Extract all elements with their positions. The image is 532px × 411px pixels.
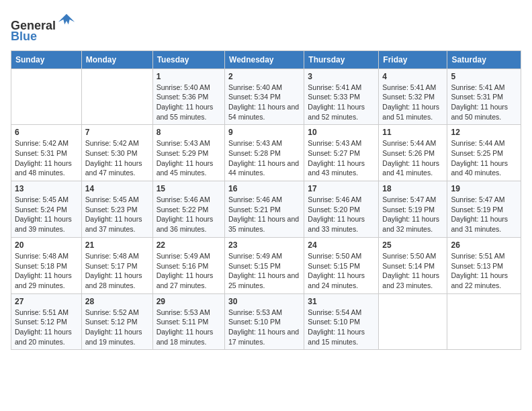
day-info: Sunrise: 5:45 AM Sunset: 5:24 PM Dayligh… bbox=[15, 195, 78, 234]
day-number: 22 bbox=[157, 240, 221, 250]
day-info: Sunrise: 5:52 AM Sunset: 5:12 PM Dayligh… bbox=[85, 308, 149, 347]
calendar-day-cell: 25Sunrise: 5:50 AM Sunset: 5:14 PM Dayli… bbox=[379, 237, 447, 293]
day-info: Sunrise: 5:48 AM Sunset: 5:18 PM Dayligh… bbox=[15, 251, 78, 291]
weekday-header: Saturday bbox=[447, 50, 521, 68]
calendar-day-cell: 5Sunrise: 5:41 AM Sunset: 5:31 PM Daylig… bbox=[447, 68, 521, 125]
calendar-day-cell: 23Sunrise: 5:49 AM Sunset: 5:15 PM Dayli… bbox=[225, 237, 304, 293]
weekday-header: Wednesday bbox=[225, 50, 304, 68]
weekday-header: Tuesday bbox=[152, 50, 224, 68]
day-number: 14 bbox=[85, 184, 149, 193]
calendar-day-cell: 12Sunrise: 5:44 AM Sunset: 5:25 PM Dayli… bbox=[447, 125, 521, 181]
day-number: 23 bbox=[228, 240, 300, 250]
calendar-day-cell: 17Sunrise: 5:46 AM Sunset: 5:20 PM Dayli… bbox=[304, 181, 379, 238]
day-info: Sunrise: 5:51 AM Sunset: 5:12 PM Dayligh… bbox=[15, 308, 78, 347]
calendar-day-cell: 10Sunrise: 5:43 AM Sunset: 5:27 PM Dayli… bbox=[304, 125, 379, 181]
day-number: 7 bbox=[85, 128, 149, 137]
calendar-day-cell: 2Sunrise: 5:40 AM Sunset: 5:34 PM Daylig… bbox=[225, 68, 304, 125]
day-number: 24 bbox=[308, 240, 375, 250]
day-info: Sunrise: 5:48 AM Sunset: 5:17 PM Dayligh… bbox=[85, 251, 149, 291]
logo-blue: Blue bbox=[11, 30, 37, 43]
calendar-day-cell: 18Sunrise: 5:47 AM Sunset: 5:19 PM Dayli… bbox=[379, 181, 447, 238]
calendar-week-row: 1Sunrise: 5:40 AM Sunset: 5:36 PM Daylig… bbox=[11, 68, 521, 125]
page-header: General Blue bbox=[11, 11, 521, 44]
day-number: 25 bbox=[382, 240, 443, 250]
day-number: 11 bbox=[382, 128, 443, 137]
calendar-day-cell: 30Sunrise: 5:53 AM Sunset: 5:10 PM Dayli… bbox=[225, 293, 304, 350]
day-number: 16 bbox=[228, 184, 300, 193]
calendar-day-cell bbox=[447, 293, 521, 350]
day-info: Sunrise: 5:50 AM Sunset: 5:14 PM Dayligh… bbox=[382, 251, 443, 291]
day-number: 31 bbox=[308, 297, 375, 306]
day-info: Sunrise: 5:42 AM Sunset: 5:31 PM Dayligh… bbox=[15, 138, 78, 178]
day-info: Sunrise: 5:49 AM Sunset: 5:16 PM Dayligh… bbox=[157, 251, 221, 291]
calendar-day-cell: 21Sunrise: 5:48 AM Sunset: 5:17 PM Dayli… bbox=[81, 237, 152, 293]
day-number: 6 bbox=[15, 128, 78, 137]
day-info: Sunrise: 5:41 AM Sunset: 5:31 PM Dayligh… bbox=[451, 83, 517, 122]
day-info: Sunrise: 5:53 AM Sunset: 5:10 PM Dayligh… bbox=[228, 308, 300, 347]
day-number: 1 bbox=[157, 72, 221, 81]
calendar-day-cell: 16Sunrise: 5:46 AM Sunset: 5:21 PM Dayli… bbox=[225, 181, 304, 238]
day-info: Sunrise: 5:44 AM Sunset: 5:26 PM Dayligh… bbox=[382, 138, 443, 178]
day-number: 19 bbox=[451, 184, 517, 193]
day-info: Sunrise: 5:49 AM Sunset: 5:15 PM Dayligh… bbox=[228, 251, 300, 291]
calendar-day-cell bbox=[379, 293, 447, 350]
day-info: Sunrise: 5:51 AM Sunset: 5:13 PM Dayligh… bbox=[451, 251, 517, 291]
day-info: Sunrise: 5:45 AM Sunset: 5:23 PM Dayligh… bbox=[85, 195, 149, 234]
weekday-header: Sunday bbox=[11, 50, 82, 68]
day-number: 10 bbox=[308, 128, 375, 137]
calendar-header-row: SundayMondayTuesdayWednesdayThursdayFrid… bbox=[11, 50, 521, 68]
calendar-day-cell: 6Sunrise: 5:42 AM Sunset: 5:31 PM Daylig… bbox=[11, 125, 82, 181]
calendar-day-cell: 15Sunrise: 5:46 AM Sunset: 5:22 PM Dayli… bbox=[152, 181, 224, 238]
day-number: 26 bbox=[451, 240, 517, 250]
day-info: Sunrise: 5:40 AM Sunset: 5:34 PM Dayligh… bbox=[228, 83, 300, 122]
svg-marker-0 bbox=[58, 14, 75, 25]
calendar-day-cell: 14Sunrise: 5:45 AM Sunset: 5:23 PM Dayli… bbox=[81, 181, 152, 238]
weekday-header: Friday bbox=[379, 50, 447, 68]
calendar-day-cell: 7Sunrise: 5:42 AM Sunset: 5:30 PM Daylig… bbox=[81, 125, 152, 181]
calendar-week-row: 27Sunrise: 5:51 AM Sunset: 5:12 PM Dayli… bbox=[11, 293, 521, 350]
day-info: Sunrise: 5:46 AM Sunset: 5:22 PM Dayligh… bbox=[157, 195, 221, 234]
calendar-day-cell: 9Sunrise: 5:43 AM Sunset: 5:28 PM Daylig… bbox=[225, 125, 304, 181]
weekday-header: Monday bbox=[81, 50, 152, 68]
weekday-header: Thursday bbox=[304, 50, 379, 68]
day-info: Sunrise: 5:43 AM Sunset: 5:28 PM Dayligh… bbox=[228, 138, 300, 178]
calendar-day-cell bbox=[81, 68, 152, 125]
day-number: 28 bbox=[85, 297, 149, 306]
day-number: 9 bbox=[228, 128, 300, 137]
calendar-day-cell: 1Sunrise: 5:40 AM Sunset: 5:36 PM Daylig… bbox=[152, 68, 224, 125]
logo-bird-icon bbox=[57, 11, 76, 30]
day-number: 3 bbox=[308, 72, 375, 81]
day-info: Sunrise: 5:40 AM Sunset: 5:36 PM Dayligh… bbox=[157, 83, 221, 122]
calendar-day-cell: 4Sunrise: 5:41 AM Sunset: 5:32 PM Daylig… bbox=[379, 68, 447, 125]
calendar-day-cell: 28Sunrise: 5:52 AM Sunset: 5:12 PM Dayli… bbox=[81, 293, 152, 350]
day-info: Sunrise: 5:46 AM Sunset: 5:20 PM Dayligh… bbox=[308, 195, 375, 234]
calendar-day-cell: 31Sunrise: 5:54 AM Sunset: 5:10 PM Dayli… bbox=[304, 293, 379, 350]
calendar-day-cell bbox=[11, 68, 82, 125]
day-info: Sunrise: 5:47 AM Sunset: 5:19 PM Dayligh… bbox=[451, 195, 517, 234]
day-number: 30 bbox=[228, 297, 300, 306]
calendar-week-row: 13Sunrise: 5:45 AM Sunset: 5:24 PM Dayli… bbox=[11, 181, 521, 238]
day-info: Sunrise: 5:41 AM Sunset: 5:32 PM Dayligh… bbox=[382, 83, 443, 122]
day-number: 17 bbox=[308, 184, 375, 193]
day-info: Sunrise: 5:41 AM Sunset: 5:33 PM Dayligh… bbox=[308, 83, 375, 122]
day-info: Sunrise: 5:43 AM Sunset: 5:27 PM Dayligh… bbox=[308, 138, 375, 178]
day-number: 21 bbox=[85, 240, 149, 250]
calendar-day-cell: 24Sunrise: 5:50 AM Sunset: 5:15 PM Dayli… bbox=[304, 237, 379, 293]
day-number: 18 bbox=[382, 184, 443, 193]
day-number: 12 bbox=[451, 128, 517, 137]
calendar-day-cell: 11Sunrise: 5:44 AM Sunset: 5:26 PM Dayli… bbox=[379, 125, 447, 181]
day-info: Sunrise: 5:46 AM Sunset: 5:21 PM Dayligh… bbox=[228, 195, 300, 234]
calendar-day-cell: 19Sunrise: 5:47 AM Sunset: 5:19 PM Dayli… bbox=[447, 181, 521, 238]
day-number: 27 bbox=[15, 297, 78, 306]
calendar-day-cell: 3Sunrise: 5:41 AM Sunset: 5:33 PM Daylig… bbox=[304, 68, 379, 125]
calendar-body: 1Sunrise: 5:40 AM Sunset: 5:36 PM Daylig… bbox=[11, 68, 521, 350]
day-number: 2 bbox=[228, 72, 300, 81]
calendar-day-cell: 26Sunrise: 5:51 AM Sunset: 5:13 PM Dayli… bbox=[447, 237, 521, 293]
day-number: 29 bbox=[157, 297, 221, 306]
day-info: Sunrise: 5:54 AM Sunset: 5:10 PM Dayligh… bbox=[308, 308, 375, 347]
calendar-table: SundayMondayTuesdayWednesdayThursdayFrid… bbox=[11, 50, 521, 351]
day-info: Sunrise: 5:43 AM Sunset: 5:29 PM Dayligh… bbox=[157, 138, 221, 178]
day-number: 8 bbox=[157, 128, 221, 137]
day-info: Sunrise: 5:44 AM Sunset: 5:25 PM Dayligh… bbox=[451, 138, 517, 178]
day-number: 20 bbox=[15, 240, 78, 250]
